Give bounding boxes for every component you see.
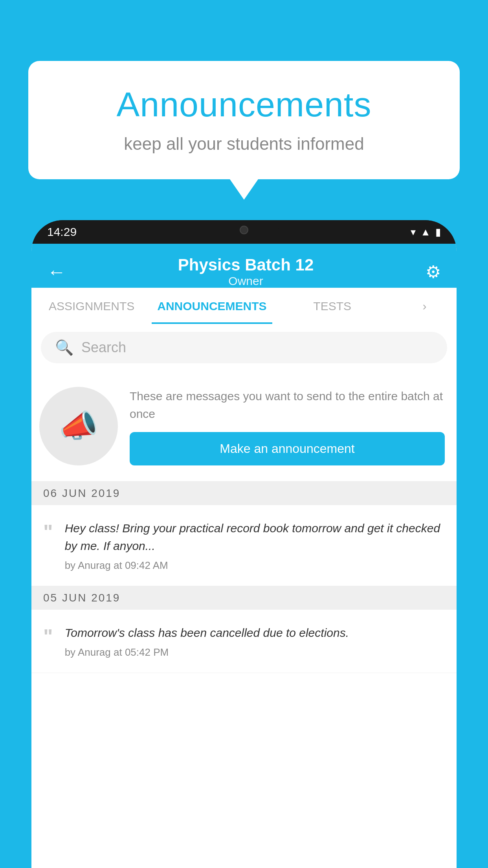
tab-announcements[interactable]: ANNOUNCEMENTS <box>152 288 272 324</box>
status-icons: ▾ ▲ ▮ <box>411 226 441 238</box>
bubble-title: Announcements <box>60 85 428 125</box>
signal-icon: ▲ <box>420 226 431 238</box>
header-title-group: Physics Batch 12 Owner <box>178 256 314 288</box>
make-announcement-button[interactable]: Make an announcement <box>130 432 445 465</box>
cta-section: 📣 These are messages you want to send to… <box>31 371 457 482</box>
announcement-content-1: Hey class! Bring your practical record b… <box>65 519 445 572</box>
tab-bar: ASSIGNMENTS ANNOUNCEMENTS TESTS › <box>31 288 457 324</box>
wifi-icon: ▾ <box>411 226 416 238</box>
date-separator-2: 05 JUN 2019 <box>31 586 457 610</box>
header-subtitle: Owner <box>178 274 314 288</box>
phone-screen: ← Physics Batch 12 Owner ⚙ ASSIGNMENTS A… <box>31 244 457 868</box>
cta-right: These are messages you want to send to t… <box>130 387 445 465</box>
announcement-item-2[interactable]: " Tomorrow's class has been cancelled du… <box>31 610 457 673</box>
announcement-text-2: Tomorrow's class has been cancelled due … <box>65 624 445 642</box>
tab-tests[interactable]: TESTS <box>272 288 393 324</box>
announcement-item-1[interactable]: " Hey class! Bring your practical record… <box>31 505 457 586</box>
cta-description: These are messages you want to send to t… <box>130 387 445 423</box>
back-button[interactable]: ← <box>47 261 66 283</box>
tab-more[interactable]: › <box>393 288 457 324</box>
tab-assignments[interactable]: ASSIGNMENTS <box>31 288 152 324</box>
announcement-meta-1: by Anurag at 09:42 AM <box>65 559 445 572</box>
scroll-content[interactable]: 🔍 Search 📣 These are messages you want t… <box>31 324 457 868</box>
search-input[interactable]: Search <box>81 339 126 356</box>
cta-icon-circle: 📣 <box>39 387 118 465</box>
bubble-subtitle: keep all your students informed <box>60 134 428 154</box>
speech-bubble-card: Announcements keep all your students inf… <box>28 61 460 179</box>
battery-icon: ▮ <box>435 226 441 238</box>
phone-frame: 14:29 ▾ ▲ ▮ ← Physics Batch 12 Owner ⚙ A… <box>31 220 457 868</box>
megaphone-icon: 📣 <box>59 408 98 445</box>
status-time: 14:29 <box>47 225 77 239</box>
camera-dot <box>240 226 248 234</box>
speech-bubble-section: Announcements keep all your students inf… <box>28 61 460 200</box>
search-icon: 🔍 <box>55 339 73 356</box>
phone-notch <box>209 220 279 240</box>
settings-icon[interactable]: ⚙ <box>426 262 441 282</box>
date-separator-1: 06 JUN 2019 <box>31 482 457 505</box>
search-bar[interactable]: 🔍 Search <box>41 332 447 363</box>
quote-icon-2: " <box>43 626 53 647</box>
status-bar: 14:29 ▾ ▲ ▮ <box>31 220 457 244</box>
announcement-text-1: Hey class! Bring your practical record b… <box>65 519 445 555</box>
app-header: ← Physics Batch 12 Owner ⚙ <box>31 244 457 288</box>
announcement-meta-2: by Anurag at 05:42 PM <box>65 646 445 658</box>
search-container: 🔍 Search <box>31 324 457 371</box>
announcement-content-2: Tomorrow's class has been cancelled due … <box>65 624 445 658</box>
bubble-arrow <box>230 179 258 200</box>
header-title: Physics Batch 12 <box>178 256 314 274</box>
quote-icon-1: " <box>43 522 53 542</box>
